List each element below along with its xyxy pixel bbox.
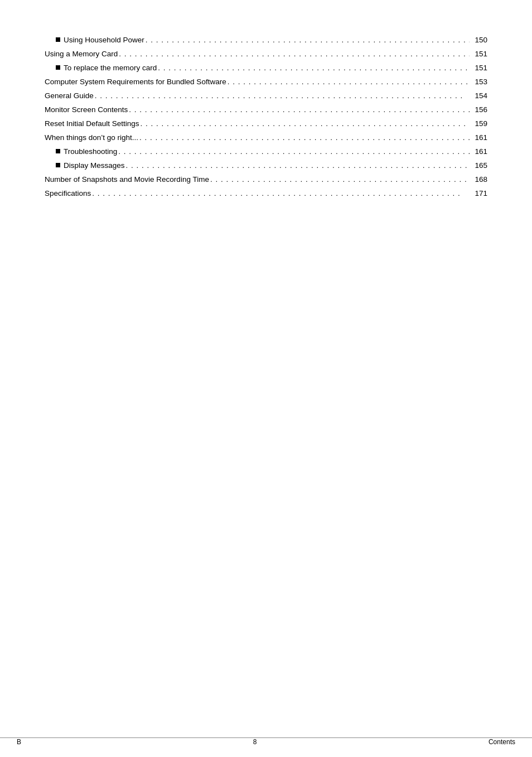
toc-page-number-snapshots: 168 <box>471 173 487 187</box>
toc-page-using-memory-card: 151 <box>471 47 487 61</box>
toc-page-computer-requirements: 153 <box>471 75 487 89</box>
toc-entry-display-messages: Display Messages . . . . . . . . . . . .… <box>45 159 487 173</box>
toc-label-troubleshooting: Troubleshooting <box>45 145 117 159</box>
toc-entry-monitor-screen: Monitor Screen Contents . . . . . . . . … <box>45 103 487 117</box>
toc-dots: . . . . . . . . . . . . . . . . . . . . … <box>95 89 470 103</box>
footer-page-number: 8 <box>253 738 257 746</box>
footer: B 8 Contents <box>0 737 532 746</box>
toc-entry-troubleshooting: Troubleshooting . . . . . . . . . . . . … <box>45 145 487 159</box>
toc-page-when-things: 161 <box>471 131 487 145</box>
toc-label-specifications: Specifications <box>45 187 91 201</box>
toc-label-monitor-screen: Monitor Screen Contents <box>45 103 128 117</box>
page-container: Using Household Power . . . . . . . . . … <box>0 0 532 757</box>
toc-label-using-memory-card: Using a Memory Card <box>45 47 118 61</box>
toc-dots: . . . . . . . . . . . . . . . . . . . . … <box>146 33 470 47</box>
toc-label-display-messages: Display Messages <box>45 159 125 173</box>
toc-entry-using-memory-card: Using a Memory Card . . . . . . . . . . … <box>45 47 487 61</box>
toc-entry-number-snapshots: Number of Snapshots and Movie Recording … <box>45 173 487 187</box>
bullet-icon <box>56 37 60 42</box>
toc-dots: . . . . . . . . . . . . . . . . . . . . … <box>139 131 470 145</box>
toc-entry-using-household-power: Using Household Power . . . . . . . . . … <box>45 33 487 47</box>
toc-entry-reset-initial: Reset Initial Default Settings . . . . .… <box>45 117 487 131</box>
toc-label-when-things: When things don’t go right... <box>45 131 138 145</box>
toc-dots: . . . . . . . . . . . . . . . . . . . . … <box>141 117 470 131</box>
toc-page-using-household-power: 150 <box>471 33 487 47</box>
toc-list: Using Household Power . . . . . . . . . … <box>45 33 487 201</box>
toc-label-replace-memory-card: To replace the memory card <box>45 61 157 75</box>
toc-page-reset-initial: 159 <box>471 117 487 131</box>
toc-entry-replace-memory-card: To replace the memory card . . . . . . .… <box>45 61 487 75</box>
toc-label-computer-requirements: Computer System Requirements for Bundled… <box>45 75 226 89</box>
toc-page-monitor-screen: 156 <box>471 103 487 117</box>
bullet-icon <box>56 149 60 153</box>
toc-entry-specifications: Specifications . . . . . . . . . . . . .… <box>45 187 487 201</box>
bullet-icon <box>56 65 60 70</box>
toc-page-display-messages: 165 <box>471 159 487 173</box>
toc-page-replace-memory-card: 151 <box>471 61 487 75</box>
toc-page-troubleshooting: 161 <box>471 145 487 159</box>
toc-dots: . . . . . . . . . . . . . . . . . . . . … <box>126 159 470 173</box>
toc-page-specifications: 171 <box>471 187 487 201</box>
toc-dots: . . . . . . . . . . . . . . . . . . . . … <box>119 47 470 61</box>
toc-label-number-snapshots: Number of Snapshots and Movie Recording … <box>45 173 209 187</box>
toc-dots: . . . . . . . . . . . . . . . . . . . . … <box>92 187 470 201</box>
footer-right: Contents <box>489 738 515 746</box>
toc-dots: . . . . . . . . . . . . . . . . . . . . … <box>158 61 470 75</box>
toc-label-general-guide: General Guide <box>45 89 94 103</box>
toc-page-general-guide: 154 <box>471 89 487 103</box>
footer-left: B <box>17 738 21 746</box>
toc-dots: . . . . . . . . . . . . . . . . . . . . … <box>118 145 470 159</box>
toc-entry-when-things: When things don’t go right... . . . . . … <box>45 131 487 145</box>
toc-entry-computer-requirements: Computer System Requirements for Bundled… <box>45 75 487 89</box>
toc-label-reset-initial: Reset Initial Default Settings <box>45 117 139 131</box>
bullet-icon <box>56 163 60 167</box>
toc-dots: . . . . . . . . . . . . . . . . . . . . … <box>210 173 470 187</box>
toc-dots: . . . . . . . . . . . . . . . . . . . . … <box>228 75 470 89</box>
toc-entry-general-guide: General Guide . . . . . . . . . . . . . … <box>45 89 487 103</box>
toc-dots: . . . . . . . . . . . . . . . . . . . . … <box>129 103 470 117</box>
toc-label-using-household-power: Using Household Power <box>45 33 144 47</box>
